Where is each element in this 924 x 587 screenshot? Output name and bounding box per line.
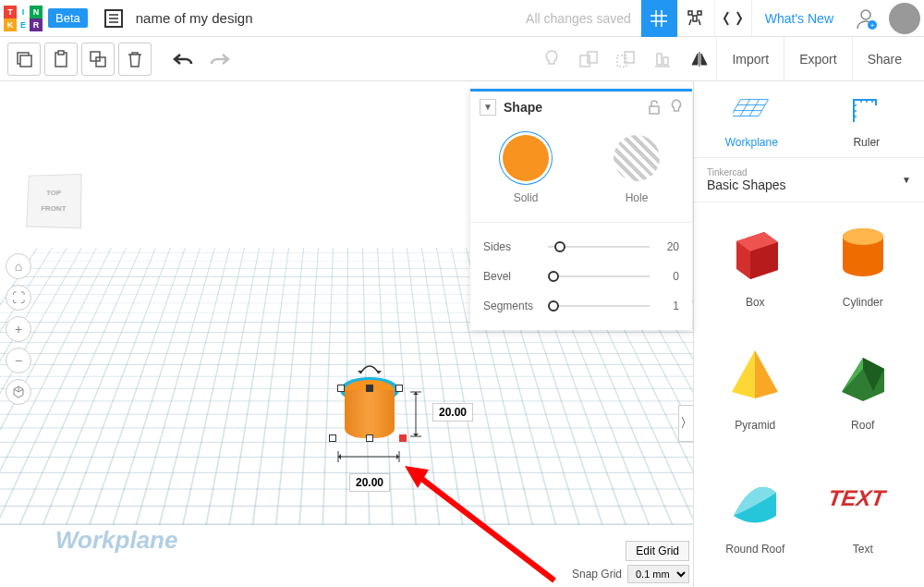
segments-value[interactable]: 1	[650, 300, 679, 312]
svg-rect-4	[650, 10, 667, 27]
sidebar: Workplane Ruler Tinkercad Basic Shapes B…	[693, 81, 924, 587]
grid-controls: Edit Grid Snap Grid 0.1 mm	[572, 541, 689, 583]
svg-point-5	[861, 10, 870, 19]
beta-badge: Beta	[48, 8, 88, 28]
svg-marker-34	[732, 350, 755, 398]
svg-text:+: +	[870, 21, 875, 30]
workplane-tool[interactable]: Workplane	[694, 81, 809, 157]
height-dim[interactable]: 20.00	[432, 403, 473, 422]
zoom-in-button[interactable]: +	[6, 316, 31, 342]
view-controls: ⌂ ⛶ + −	[6, 253, 31, 405]
snap-grid-label: Snap Grid	[572, 568, 622, 581]
light-button[interactable]	[535, 43, 568, 76]
ruler-label: Ruler	[853, 136, 880, 149]
shape-roof[interactable]: Roof	[813, 336, 914, 452]
code-button[interactable]	[714, 0, 751, 37]
bulb-icon[interactable]	[670, 99, 683, 116]
bevel-slider[interactable]	[548, 275, 650, 277]
account-icon[interactable]: +	[850, 3, 881, 34]
sides-value[interactable]: 20	[650, 240, 679, 253]
view-grid-button[interactable]	[640, 0, 677, 37]
toolbar: Import Export Share	[0, 37, 924, 81]
shape-box[interactable]: Box	[705, 214, 806, 329]
mirror-button[interactable]	[683, 43, 716, 76]
snap-grid-select[interactable]: 0.1 mm	[627, 565, 689, 583]
svg-rect-13	[96, 57, 105, 67]
svg-rect-12	[91, 52, 100, 61]
svg-point-32	[843, 228, 883, 245]
ortho-view-button[interactable]	[6, 379, 31, 405]
svg-marker-33	[755, 350, 778, 398]
copy-button[interactable]	[7, 43, 41, 76]
category-label: Basic Shapes	[707, 177, 911, 192]
view-cube[interactable]: TOP FRONT	[26, 174, 81, 228]
bevel-row: Bevel 0	[483, 262, 679, 291]
zoom-out-button[interactable]: −	[6, 348, 31, 373]
share-button[interactable]: Share	[852, 37, 917, 81]
segments-slider[interactable]	[548, 305, 650, 307]
collapse-sidebar-button[interactable]: 〉	[678, 405, 693, 442]
shape-cylinder[interactable]: Cylinder	[813, 214, 914, 329]
shape-inspector-panel[interactable]: ▼ Shape Solid Hole Sides 20 Bevel 0 Segm…	[470, 89, 692, 330]
main: Workplane TOP FRONT ⌂ ⛶ + − 20.00	[0, 81, 924, 587]
redo-button[interactable]	[203, 43, 237, 76]
shape-pyramid[interactable]: Pyramid	[705, 336, 806, 452]
panel-title: Shape	[504, 100, 648, 115]
align-button[interactable]	[646, 43, 679, 76]
solid-option[interactable]: Solid	[503, 135, 549, 205]
edit-grid-button[interactable]: Edit Grid	[626, 541, 689, 561]
export-button[interactable]: Export	[784, 37, 851, 81]
sides-row: Sides 20	[483, 232, 679, 262]
ungroup-button[interactable]	[609, 43, 642, 76]
lock-icon[interactable]	[648, 100, 661, 115]
cube-front[interactable]: FRONT	[41, 204, 66, 213]
design-name[interactable]: name of my design	[136, 10, 526, 26]
cube-top[interactable]: TOP	[46, 189, 61, 197]
attention-arrow	[397, 460, 564, 587]
hole-option[interactable]: Hole	[614, 135, 660, 205]
shapes-category-dropdown[interactable]: Tinkercad Basic Shapes	[694, 158, 924, 202]
bevel-value[interactable]: 0	[650, 270, 679, 283]
svg-rect-39	[650, 106, 659, 114]
minecraft-button[interactable]	[677, 0, 714, 37]
segments-row: Segments 1	[483, 291, 679, 321]
svg-rect-9	[20, 55, 31, 67]
sides-slider[interactable]	[548, 246, 650, 248]
whats-new-link[interactable]: What's New	[751, 0, 846, 37]
document-icon[interactable]	[101, 6, 127, 31]
svg-line-24	[416, 474, 554, 581]
save-status: All changes saved	[526, 11, 631, 26]
header: TIN KER Beta name of my design All chang…	[0, 0, 924, 37]
workplane-label: Workplane	[55, 526, 177, 555]
shape-text[interactable]: TEXT Text	[813, 460, 914, 576]
paste-button[interactable]	[44, 43, 78, 76]
duplicate-button[interactable]	[81, 43, 115, 76]
group-button[interactable]	[572, 43, 605, 76]
undo-button[interactable]	[166, 43, 200, 76]
workplane-label: Workplane	[725, 136, 778, 149]
fit-view-button[interactable]: ⛶	[6, 285, 31, 311]
panel-collapse-button[interactable]: ▼	[480, 99, 496, 116]
category-sup: Tinkercad	[707, 167, 911, 177]
ruler-tool[interactable]: Ruler	[809, 81, 925, 157]
delete-button[interactable]	[118, 43, 152, 76]
svg-rect-11	[58, 51, 64, 55]
import-button[interactable]: Import	[716, 37, 784, 81]
width-dim[interactable]: 20.00	[349, 473, 390, 492]
user-avatar[interactable]	[889, 3, 920, 34]
tinkercad-logo[interactable]: TIN KER	[4, 6, 43, 31]
shape-round-roof[interactable]: Round Roof	[705, 460, 806, 576]
svg-text:TEXT: TEXT	[826, 485, 888, 510]
home-view-button[interactable]: ⌂	[6, 253, 31, 279]
header-buttons: What's New +	[640, 0, 924, 37]
shapes-palette: Box Cylinder Pyramid Roof Round Roof TEX…	[694, 202, 924, 587]
